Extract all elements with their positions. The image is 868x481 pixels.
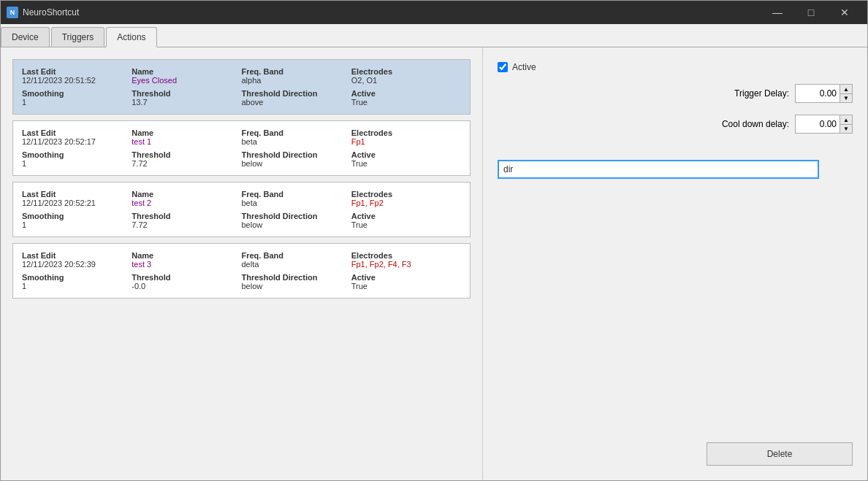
card-2-active: Active True <box>351 150 461 168</box>
last-edit-label-1: Last Edit <box>22 67 132 76</box>
active-checkbox[interactable] <box>498 62 508 72</box>
smoothing-label-3: Smoothing <box>22 212 132 220</box>
window-controls: — □ ✕ <box>761 1 861 24</box>
close-button[interactable]: ✕ <box>828 1 861 24</box>
name-value-1: Eyes Closed <box>132 76 241 85</box>
window-title: NeuroShortcut <box>23 7 761 18</box>
card-2-freq: Freq. Band beta <box>242 128 351 146</box>
freq-label-3: Freq. Band <box>242 190 351 199</box>
tab-device[interactable]: Device <box>1 27 50 47</box>
card-4-active: Active True <box>351 273 461 290</box>
last-edit-label-4: Last Edit <box>22 251 132 260</box>
electrodes-label-2: Electrodes <box>351 128 461 137</box>
main-window: N NeuroShortcut — □ ✕ Device Triggers Ac… <box>0 0 868 481</box>
name-label-3: Name <box>132 190 241 199</box>
card-3-row-1: Last Edit 12/11/2023 20:52:21 Name test … <box>22 190 461 207</box>
cool-down-row: Cool down delay: 0.00 ▲ ▼ <box>498 115 853 134</box>
active-value-1: True <box>351 98 461 107</box>
threshold-value-1: 13.7 <box>132 98 241 107</box>
cool-down-input[interactable]: 0.00 <box>796 118 840 131</box>
tab-triggers[interactable]: Triggers <box>51 27 105 47</box>
electrodes-value-2: Fp1 <box>351 137 461 146</box>
action-card-2[interactable]: Last Edit 12/11/2023 20:52:17 Name test … <box>12 120 471 176</box>
card-1-threshold-dir: Threshold Direction above <box>242 89 351 107</box>
trigger-delay-spinner[interactable]: 0.00 ▲ ▼ <box>795 84 853 103</box>
trigger-delay-up-button[interactable]: ▲ <box>840 85 852 93</box>
card-4-threshold: Threshold -0.0 <box>132 273 241 290</box>
threshold-dir-value-1: above <box>242 98 351 107</box>
electrodes-value-1: O2, O1 <box>351 76 461 85</box>
action-card-3[interactable]: Last Edit 12/11/2023 20:52:21 Name test … <box>12 182 471 237</box>
cool-down-down-button[interactable]: ▼ <box>840 124 852 133</box>
last-edit-label-2: Last Edit <box>22 128 132 137</box>
threshold-dir-label-4: Threshold Direction <box>242 273 351 282</box>
action-card-4[interactable]: Last Edit 12/11/2023 20:52:39 Name test … <box>12 243 471 299</box>
cool-down-up-button[interactable]: ▲ <box>840 115 852 124</box>
card-1-active: Active True <box>351 89 461 107</box>
active-checkbox-wrap[interactable]: Active <box>498 62 536 72</box>
card-2-threshold-dir: Threshold Direction below <box>242 150 351 168</box>
cool-down-spin-buttons: ▲ ▼ <box>840 115 852 133</box>
card-4-electrodes: Electrodes Fp1, Fp2, F4, F3 <box>351 251 461 269</box>
smoothing-label-2: Smoothing <box>22 150 132 159</box>
minimize-button[interactable]: — <box>761 1 794 24</box>
card-1-row-1: Last Edit 12/11/2023 20:51:52 Name Eyes … <box>22 67 461 85</box>
card-2-last-edit: Last Edit 12/11/2023 20:52:17 <box>22 128 132 146</box>
card-3-row-2: Smoothing 1 Threshold 7.72 Threshold Dir… <box>22 212 461 229</box>
active-label-3: Active <box>351 212 461 220</box>
card-1-electrodes: Electrodes O2, O1 <box>351 67 461 85</box>
active-checkbox-label: Active <box>512 62 536 72</box>
electrodes-label-4: Electrodes <box>351 251 461 260</box>
card-2-electrodes: Electrodes Fp1 <box>351 128 461 146</box>
threshold-dir-value-3: below <box>242 220 351 229</box>
command-input[interactable] <box>498 160 819 179</box>
bottom-bar: Delete <box>707 442 853 466</box>
name-label-2: Name <box>132 128 241 137</box>
trigger-delay-down-button[interactable]: ▼ <box>840 93 852 102</box>
name-value-3: test 2 <box>132 199 241 207</box>
smoothing-value-1: 1 <box>22 98 132 107</box>
card-4-smoothing: Smoothing 1 <box>22 273 132 290</box>
right-panel: Active Trigger Delay: 0.00 ▲ ▼ <box>483 47 867 480</box>
electrodes-label-1: Electrodes <box>351 67 461 76</box>
smoothing-value-4: 1 <box>22 282 132 290</box>
last-edit-value-2: 12/11/2023 20:52:17 <box>22 137 132 146</box>
freq-value-1: alpha <box>242 76 351 85</box>
left-panel: Last Edit 12/11/2023 20:51:52 Name Eyes … <box>1 47 483 480</box>
maximize-button[interactable]: □ <box>794 1 828 24</box>
trigger-delay-label: Trigger Delay: <box>734 88 789 99</box>
card-2-threshold: Threshold 7.72 <box>132 150 241 168</box>
smoothing-value-2: 1 <box>22 159 132 168</box>
card-3-threshold: Threshold 7.72 <box>132 212 241 229</box>
threshold-dir-value-2: below <box>242 159 351 168</box>
card-3-smoothing: Smoothing 1 <box>22 212 132 229</box>
active-label-1: Active <box>351 89 461 98</box>
delete-button[interactable]: Delete <box>707 442 853 466</box>
freq-value-4: delta <box>242 260 351 269</box>
cool-down-spinner[interactable]: 0.00 ▲ ▼ <box>795 115 853 134</box>
name-label-4: Name <box>132 251 241 260</box>
trigger-delay-input[interactable]: 0.00 <box>796 87 840 100</box>
card-3-threshold-dir: Threshold Direction below <box>242 212 351 229</box>
freq-label-1: Freq. Band <box>242 67 351 76</box>
card-3-freq: Freq. Band beta <box>242 190 351 207</box>
trigger-delay-row: Trigger Delay: 0.00 ▲ ▼ <box>498 84 853 103</box>
action-card-1[interactable]: Last Edit 12/11/2023 20:51:52 Name Eyes … <box>12 59 471 115</box>
card-3-electrodes: Electrodes Fp1, Fp2 <box>351 190 461 207</box>
active-label-4: Active <box>351 273 461 282</box>
smoothing-value-3: 1 <box>22 220 132 229</box>
card-3-last-edit: Last Edit 12/11/2023 20:52:21 <box>22 190 132 207</box>
threshold-label-3: Threshold <box>132 212 241 220</box>
card-1-name: Name Eyes Closed <box>132 67 241 85</box>
card-4-row-1: Last Edit 12/11/2023 20:52:39 Name test … <box>22 251 461 269</box>
threshold-dir-value-4: below <box>242 282 351 290</box>
last-edit-value-1: 12/11/2023 20:51:52 <box>22 76 132 85</box>
smoothing-label-1: Smoothing <box>22 89 132 98</box>
right-top: Active Trigger Delay: 0.00 ▲ ▼ <box>498 62 853 179</box>
card-1-threshold: Threshold 13.7 <box>132 89 241 107</box>
card-4-name: Name test 3 <box>132 251 241 269</box>
last-edit-label-3: Last Edit <box>22 190 132 199</box>
tab-actions[interactable]: Actions <box>106 27 156 47</box>
last-edit-value-3: 12/11/2023 20:52:21 <box>22 199 132 207</box>
electrodes-label-3: Electrodes <box>351 190 461 199</box>
